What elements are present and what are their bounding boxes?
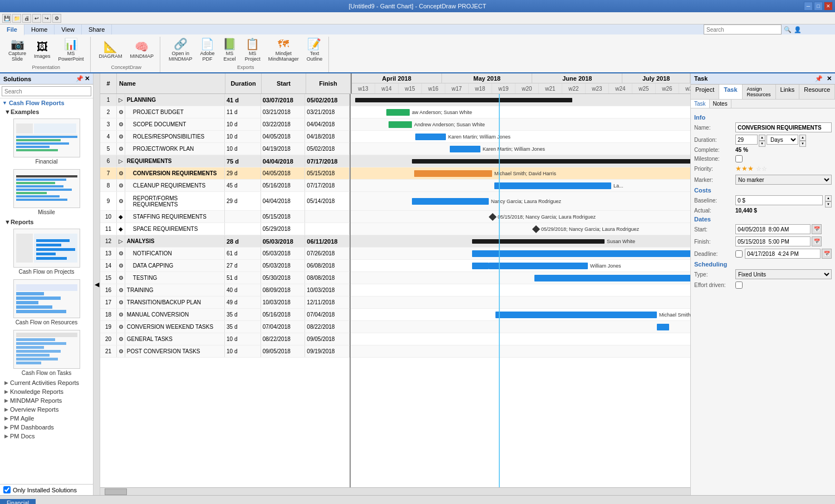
table-row[interactable]: 4 ⚙ ROLES/RESPONSIBILITIES 10 d 04/05/20… — [100, 131, 350, 143]
duration-unit-select[interactable]: Days Hours Weeks — [767, 135, 798, 145]
unit-down[interactable]: ▼ — [799, 141, 806, 147]
table-row[interactable]: 11 ◆ SPACE REQUIREMENTS 05/29/2018 — [100, 223, 350, 235]
tab-share[interactable]: Share — [82, 24, 112, 34]
task-tab-resource[interactable]: Resource — [799, 85, 835, 99]
qa-save[interactable]: 💾 — [2, 14, 11, 23]
sidebar-knowledge-reports[interactable]: ▶ Knowledge Reports — [0, 387, 93, 396]
sidebar-pm-docs[interactable]: ▶ PM Docs — [0, 432, 93, 441]
ribbon-btn-open-mindmap[interactable]: 🔗 Open inMINDMAP — [166, 37, 195, 63]
solutions-search-input[interactable] — [2, 86, 91, 96]
subtab-notes[interactable]: Notes — [710, 100, 731, 108]
subsection-examples[interactable]: ▼ Examples — [0, 107, 93, 116]
scroll-thumb[interactable] — [105, 488, 127, 495]
duration-input[interactable] — [735, 135, 758, 145]
table-row[interactable]: 2 ⚙ PROJECT BUDGET 11 d 03/21/2018 03/21… — [100, 106, 350, 118]
tab-view[interactable]: View — [55, 24, 82, 34]
thumbnail-financial[interactable]: Financial — [0, 116, 93, 167]
minimize-button[interactable]: ─ — [804, 2, 813, 11]
sidebar-pm-dashboards[interactable]: ▶ PM Dashboards — [0, 423, 93, 432]
ribbon-btn-powerpoint[interactable]: 📊 MSPowerPoint — [56, 37, 87, 63]
solutions-close-icon[interactable]: ✕ — [85, 75, 90, 82]
thumbnail-cashflow-projects[interactable]: Cash Flow on Projects — [0, 226, 93, 277]
task-panel-pin[interactable]: 📌 — [815, 75, 823, 82]
unit-up[interactable]: ▲ — [799, 135, 806, 141]
task-panel-close[interactable]: ✕ — [827, 75, 832, 82]
baseline-up[interactable]: ▲ — [825, 195, 832, 201]
solutions-pin-icon[interactable]: 📌 — [76, 75, 84, 82]
sidebar-overview-reports[interactable]: ▶ Overview Reports — [0, 405, 93, 414]
account-icon[interactable]: 👤 — [794, 26, 802, 33]
thumbnail-cashflow-tasks[interactable]: Cash Flow on Tasks — [0, 328, 93, 378]
deadline-calendar-btn[interactable]: 📅 — [822, 249, 832, 259]
table-row[interactable]: 5 ⚙ PROJECT/WORK PLAN 10 d 04/19/2018 05… — [100, 143, 350, 155]
milestone-checkbox[interactable] — [735, 155, 743, 162]
gantt-scroll-left[interactable]: ◀ — [94, 73, 100, 495]
table-row[interactable]: 12 ▷ ANALYSIS 28 d 05/03/2018 06/11/2018 — [100, 235, 350, 248]
name-input[interactable] — [735, 122, 832, 132]
ribbon-btn-mindmanager[interactable]: 🗺 MindjetMindManager — [266, 37, 302, 63]
table-row[interactable]: 19 ⚙ CONVERSION WEEKEND TASKS 35 d 07/04… — [100, 321, 350, 333]
window-controls[interactable]: ─ □ ✕ — [804, 2, 833, 11]
deadline-date-input[interactable] — [745, 249, 821, 259]
qa-undo[interactable]: ↩ — [32, 14, 41, 23]
table-row[interactable]: 7 ⚙ CONVERSION REQUIREMENTS 29 d 04/05/2… — [100, 167, 350, 180]
task-tab-task[interactable]: Task — [719, 85, 742, 99]
unit-arrows[interactable]: ▲ ▼ — [799, 135, 806, 145]
task-tab-resources[interactable]: Assign Resources — [743, 85, 776, 99]
table-row[interactable]: 14 ⚙ DATA CAPPING 27 d 05/03/2018 06/08/… — [100, 260, 350, 272]
marker-select[interactable]: No marker — [735, 175, 832, 185]
baseline-input[interactable] — [735, 195, 823, 205]
duration-up[interactable]: ▲ — [759, 135, 765, 141]
baseline-arrows[interactable]: ▲ ▼ — [825, 195, 832, 205]
table-row[interactable]: 1 ▷ PLANNING 41 d 03/07/2018 05/02/2018 — [100, 94, 350, 106]
ribbon-btn-outline[interactable]: 📝 TextOutline — [304, 37, 326, 63]
duration-down[interactable]: ▼ — [759, 141, 765, 147]
effort-driven-checkbox[interactable] — [735, 281, 743, 289]
table-row[interactable]: 13 ⚙ NOTIFICATION 61 d 05/03/2018 07/26/… — [100, 248, 350, 260]
qa-print[interactable]: 🖨 — [22, 14, 31, 23]
ribbon-btn-excel[interactable]: 📗 MSExcel — [220, 37, 240, 63]
table-row[interactable]: 20 ⚙ GENERAL TASKS 10 d 08/22/2018 09/05… — [100, 333, 350, 345]
finish-calendar-btn[interactable]: 📅 — [812, 236, 822, 246]
tab-home[interactable]: Home — [24, 24, 55, 34]
task-tab-links[interactable]: Links — [776, 85, 800, 99]
sidebar-mindmap-reports[interactable]: ▶ MINDMAP Reports — [0, 396, 93, 405]
section-cash-flow-reports[interactable]: ▼ Cash Flow Reports — [0, 98, 93, 107]
solutions-header-btns[interactable]: 📌 ✕ — [76, 75, 90, 82]
qa-redo[interactable]: ↪ — [42, 14, 51, 23]
duration-arrows[interactable]: ▲ ▼ — [759, 135, 765, 145]
baseline-down[interactable]: ▼ — [825, 201, 832, 207]
ribbon-btn-pdf[interactable]: 📄 AdobePDF — [198, 37, 218, 63]
sidebar-pm-agile[interactable]: ▶ PM Agile — [0, 414, 93, 423]
deadline-checkbox[interactable] — [735, 250, 743, 258]
maximize-button[interactable]: □ — [814, 2, 823, 11]
thumbnail-missile[interactable]: Missile — [0, 167, 93, 218]
task-panel-controls[interactable]: 📌 ✕ — [815, 75, 832, 82]
start-date-input[interactable] — [735, 224, 811, 234]
tab-financial[interactable]: Financial — [0, 499, 36, 504]
table-row[interactable]: 10 ◆ STAFFING REQUIREMENTS 05/15/2018 — [100, 211, 350, 223]
search-icon[interactable]: 🔍 — [784, 26, 792, 33]
task-tab-project[interactable]: Project — [691, 85, 719, 99]
table-row[interactable]: 6 ▷ REQUIREMENTS 75 d 04/04/2018 07/17/2… — [100, 155, 350, 167]
ribbon-btn-capture[interactable]: 📷 CaptureSlide — [6, 37, 29, 63]
close-button[interactable]: ✕ — [824, 2, 833, 11]
gantt-body[interactable]: 1 ▷ PLANNING 41 d 03/07/2018 05/02/2018 … — [100, 94, 690, 487]
type-select[interactable]: Fixed Units Fixed Duration Fixed Work — [735, 269, 832, 279]
finish-date-input[interactable] — [735, 236, 811, 246]
table-row[interactable]: 15 ⚙ TESTING 51 d 05/30/2018 08/08/2018 — [100, 272, 350, 284]
ribbon-btn-msproject[interactable]: 📋 MSProject — [242, 37, 263, 63]
ribbon-search-input[interactable] — [704, 24, 782, 34]
table-row[interactable]: 3 ⚙ SCOPE DOCUMENT 10 d 03/22/2018 04/04… — [100, 118, 350, 131]
start-calendar-btn[interactable]: 📅 — [812, 224, 822, 234]
qa-open[interactable]: 📁 — [12, 14, 21, 23]
sidebar-current-activities[interactable]: ▶ Current Activities Reports — [0, 378, 93, 387]
only-installed-checkbox[interactable] — [3, 486, 11, 493]
gantt-horizontal-scrollbar[interactable] — [100, 487, 690, 495]
table-row[interactable]: 8 ⚙ CLEANUP REQUIREMENTS 45 d 05/16/2018… — [100, 180, 350, 192]
ribbon-btn-mindmap[interactable]: 🧠 MINDMAP — [127, 39, 157, 61]
table-row[interactable]: 21 ⚙ POST CONVERSION TASKS 10 d 09/05/20… — [100, 345, 350, 358]
subtab-task[interactable]: Task — [691, 100, 710, 108]
subsection-reports[interactable]: ▼ Reports — [0, 218, 93, 226]
tab-file[interactable]: File — [0, 24, 24, 36]
